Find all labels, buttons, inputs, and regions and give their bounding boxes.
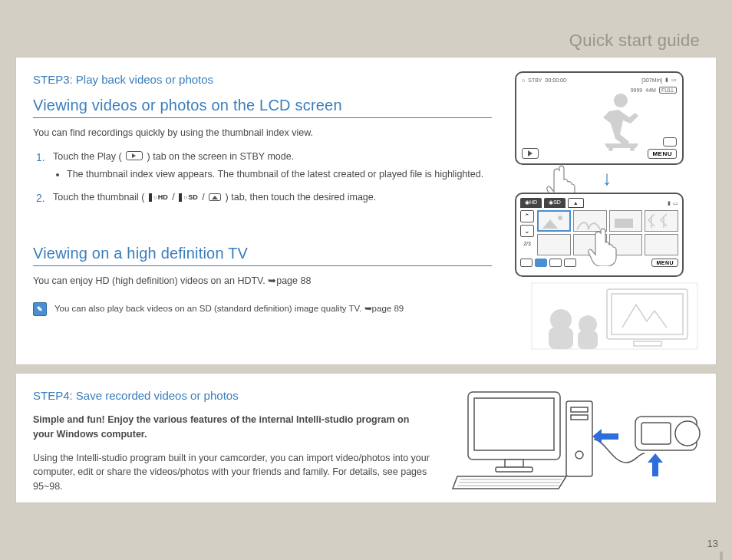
section-viewing-lcd-title: Viewing videos or photos on the LCD scre… <box>33 97 492 118</box>
instruction-1-pre: Touch the Play ( <box>53 151 122 162</box>
svg-rect-8 <box>634 341 661 346</box>
note-text-post: page 89 <box>372 304 404 313</box>
svg-marker-2 <box>542 219 558 229</box>
instruction-2: Touch the thumbnail ( HD / SD / ) tab, t… <box>36 190 492 205</box>
section-viewing-tv-title: Viewing on a high definition TV <box>33 245 492 266</box>
thumbnail-cell <box>609 210 643 232</box>
note-info-icon: ✎ <box>33 302 47 316</box>
lcd-stby-label: STBY <box>528 77 542 83</box>
thumb-menu-button: MENU <box>651 259 678 267</box>
home-icon: ⌂ <box>522 77 525 83</box>
thumb-tab-hd: ◉HD <box>520 198 542 208</box>
thumb-next-button-icon: ⌄ <box>520 225 534 237</box>
svg-rect-12 <box>578 331 598 349</box>
lcd-full-label: FULL <box>659 87 677 94</box>
svg-point-9 <box>550 309 572 331</box>
computer-connection-illustration <box>451 386 708 493</box>
tv-viewing-illustration <box>530 282 699 351</box>
lcd-remain-label: [307Min] <box>641 77 662 83</box>
step3-label: STEP3: Play back videos or photos <box>33 73 492 86</box>
note-text: You can also play back videos on an SD (… <box>54 302 404 315</box>
down-arrow-icon: ↓ <box>515 168 699 188</box>
page-number: 13 <box>707 538 718 549</box>
section-b-text: You can enjoy HD (high definition) video… <box>33 274 492 288</box>
svg-rect-10 <box>549 328 573 349</box>
svg-rect-16 <box>496 467 533 472</box>
battery-icon: ▭ <box>673 200 678 206</box>
thumbnail-cell <box>609 234 643 255</box>
step4-label: STEP4: Save recorded videos or photos <box>33 389 432 402</box>
lcd-preview-illustration: ⌂ STBY 00:00:00 [307Min] ▮ ▭ 9999 44M FU… <box>515 71 684 165</box>
instruction-1-post: ) tab on the screen in STBY mode. <box>147 151 295 162</box>
view-mode-icon <box>549 259 562 267</box>
section-b-text-pre: You can enjoy HD (high definition) video… <box>33 275 268 286</box>
step3-instruction-list: Touch the Play ( ) tab on the screen in … <box>33 150 492 205</box>
hd-thumbnail-icon: HD <box>149 193 168 202</box>
svg-rect-7 <box>612 294 683 334</box>
note-text-pre: You can also play back videos on an SD (… <box>54 304 364 313</box>
page-ref-arrow-icon: ➥ <box>364 304 372 313</box>
svg-rect-4 <box>615 219 633 228</box>
thumbnail-cell <box>537 210 571 232</box>
play-tab-icon <box>126 151 143 160</box>
lcd-mode-icon <box>663 137 677 147</box>
thumbnail-cell <box>573 210 607 232</box>
svg-point-20 <box>575 451 583 459</box>
sd-card-icon: ▮ <box>668 200 671 206</box>
svg-point-3 <box>558 216 562 220</box>
thumbnail-cell <box>537 234 571 255</box>
lcd-play-button-icon <box>522 148 539 159</box>
instruction-1: Touch the Play ( ) tab on the screen in … <box>36 150 492 182</box>
step4-bold-text: Simple and fun! Enjoy the various featur… <box>33 413 432 442</box>
thumb-prev-button-icon: ⌃ <box>520 210 534 222</box>
svg-rect-23 <box>641 423 671 444</box>
thumbnail-cell <box>645 234 678 255</box>
thumb-tab-sd: ◉SD <box>544 198 565 208</box>
lcd-menu-button: MENU <box>648 149 677 159</box>
sd-thumbnail-icon: SD <box>179 193 197 202</box>
instruction-2-post: ) tab, then touch the desired image. <box>226 192 377 203</box>
step4-card: STEP4: Save recorded videos or photos Si… <box>15 373 717 503</box>
instruction-1-bullet: The thumbnail index view appears. The th… <box>67 167 492 182</box>
svg-rect-18 <box>571 407 588 412</box>
svg-rect-14 <box>474 398 554 450</box>
thumbnail-cell <box>645 210 678 232</box>
photo-thumbnail-icon <box>209 193 221 201</box>
note-row: ✎ You can also play back videos on an SD… <box>33 302 492 316</box>
svg-point-22 <box>675 421 700 446</box>
thumbnail-cell <box>573 234 607 255</box>
battery-icon: ▭ <box>671 77 677 83</box>
view-mode-icon <box>520 259 533 267</box>
instruction-2-sep1: / <box>172 192 174 203</box>
instruction-2-pre: Touch the thumbnail ( <box>53 192 145 203</box>
section-a-intro: You can find recordings quickly by using… <box>33 126 492 140</box>
svg-rect-6 <box>607 289 687 339</box>
lcd-time-label: 00:00:00 <box>546 77 566 83</box>
page-header-title: Quick start guide <box>15 15 717 57</box>
svg-rect-15 <box>505 460 523 467</box>
sd-card-icon: ▮ <box>665 77 668 83</box>
view-mode-icon <box>535 259 547 267</box>
step4-body-text: Using the Intelli-studio program built i… <box>33 451 432 494</box>
section-b-text-post: page 88 <box>276 275 311 286</box>
instruction-2-sep2: / <box>202 192 204 203</box>
svg-rect-19 <box>571 415 588 420</box>
thumbnail-index-illustration: ◉HD ◉SD ▲ ▮▭ ⌃ ⌄ 2/3 <box>515 193 684 277</box>
page-ref-arrow-icon: ➥ <box>268 275 276 286</box>
illustration-column: ⌂ STBY 00:00:00 [307Min] ▮ ▭ 9999 44M FU… <box>515 71 699 277</box>
step3-card: STEP3: Play back videos or photos Viewin… <box>15 57 717 365</box>
thumb-tab-photo: ▲ <box>568 198 584 208</box>
thumb-page-counter: 2/3 <box>520 241 534 246</box>
view-mode-icon <box>564 259 576 267</box>
